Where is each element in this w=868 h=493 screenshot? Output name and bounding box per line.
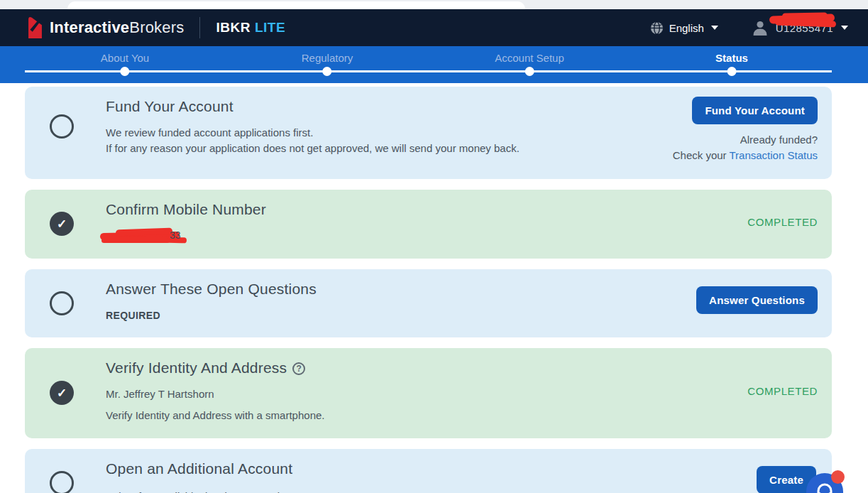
card-title: Verify Identity And Address? [106, 359, 818, 376]
app-header: InteractiveBrokers IBKRLITE English U128… [0, 9, 868, 46]
step-status[interactable]: Status [715, 46, 748, 64]
help-icon[interactable]: ? [292, 362, 305, 375]
brand-name-bold: Interactive [50, 18, 129, 36]
card-text-line: Select from Individual, Joint, IRA and [106, 489, 818, 493]
account-holder-name: Mr. Jeffrey T Hartshorn [106, 386, 818, 402]
task-card-open-questions: Answer These Open Questions REQUIRED Ans… [25, 269, 832, 337]
notification-dot [831, 470, 845, 484]
card-right-column: Fund Your Account Already funded? Check … [673, 97, 818, 161]
radio-circle[interactable] [50, 114, 74, 139]
check-transaction-line: Check your Transaction Status [673, 149, 818, 161]
step-dot [524, 67, 534, 76]
product-tier: LITE [255, 20, 285, 35]
check-circle-icon: ✓ [50, 212, 74, 236]
radio-circle[interactable] [50, 471, 74, 493]
fund-your-account-button[interactable]: Fund Your Account [692, 97, 818, 124]
globe-icon [650, 21, 664, 35]
card-title: Open an Additional Account [106, 460, 818, 477]
card-text-line: Verify Identity and Address with a smart… [106, 408, 818, 423]
progress-stepper: About You Regulatory Account Setup Statu… [0, 46, 868, 83]
chevron-down-icon [711, 26, 718, 30]
language-label: English [669, 22, 704, 34]
user-icon [751, 18, 769, 37]
step-account-setup[interactable]: Account Setup [495, 46, 564, 64]
account-id: U12855471 [776, 22, 833, 34]
brand-logo[interactable]: InteractiveBrokers [27, 16, 184, 40]
browser-tab-shape [67, 1, 525, 9]
product-ibkr: IBKR [216, 20, 250, 35]
step-regulatory[interactable]: Regulatory [302, 46, 353, 64]
product-name: IBKRLITE [216, 20, 285, 36]
transaction-status-link[interactable]: Transaction Status [729, 149, 818, 161]
check-circle-icon: ✓ [50, 381, 74, 405]
task-card-confirm-mobile: ✓ Confirm Mobile Number 33 COMPLETED [25, 190, 832, 259]
account-menu[interactable]: U12855471 [751, 18, 848, 37]
answer-questions-button[interactable]: Answer Questions [696, 286, 818, 314]
headset-icon [815, 482, 835, 493]
radio-circle[interactable] [50, 291, 74, 315]
redaction-scribble: 33 [100, 228, 194, 244]
chevron-down-icon [841, 26, 848, 30]
step-dot [120, 67, 129, 76]
task-card-additional-account: Open an Additional Account Select from I… [25, 449, 832, 493]
card-title: Confirm Mobile Number [106, 201, 818, 218]
header-divider [199, 17, 200, 38]
language-selector[interactable]: English [650, 21, 718, 35]
browser-chrome-strip [0, 0, 868, 9]
redacted-phone-tail: 33 [170, 229, 181, 241]
brand-name: InteractiveBrokers [50, 18, 184, 37]
step-dot [727, 67, 737, 76]
step-dot [322, 67, 331, 76]
progress-line [25, 70, 832, 72]
status-task-list: Fund Your Account We review funded accou… [0, 83, 868, 493]
screen: InteractiveBrokers IBKRLITE English U128… [0, 0, 868, 493]
status-badge: COMPLETED [747, 385, 818, 397]
task-card-verify-identity: ✓ Verify Identity And Address? Mr. Jeffr… [25, 348, 832, 438]
status-badge: COMPLETED [747, 216, 818, 228]
task-card-fund-account: Fund Your Account We review funded accou… [25, 87, 832, 179]
interactive-brokers-logo-icon [27, 16, 43, 40]
step-about-you[interactable]: About You [101, 46, 149, 64]
already-funded-text: Already funded? [673, 134, 818, 146]
brand-name-light: Brokers [129, 18, 184, 36]
